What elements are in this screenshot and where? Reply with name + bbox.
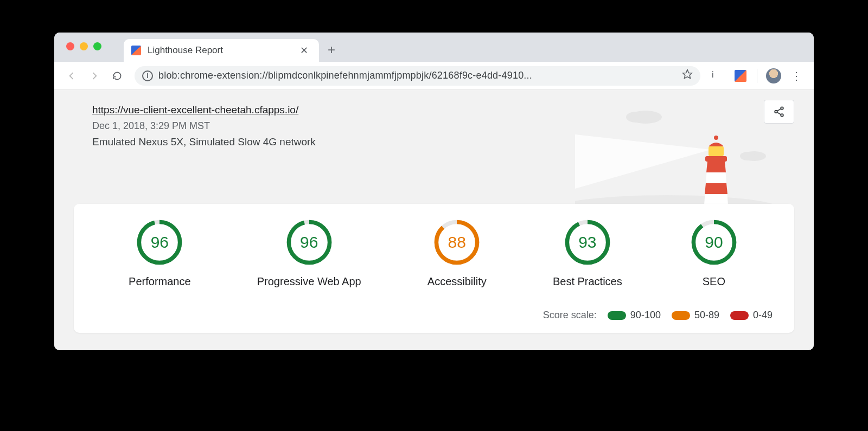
gauge-circle: 90	[688, 217, 739, 268]
gauge-value: 88	[431, 217, 482, 268]
gauge-label: Best Practices	[553, 275, 622, 288]
svg-line-5	[777, 112, 781, 114]
window-controls	[66, 42, 101, 50]
score-gauges: 96Performance96Progressive Web App88Acce…	[95, 217, 773, 288]
svg-point-10	[740, 152, 755, 160]
scale-item-pass: 90-100	[608, 310, 661, 321]
report-content: https://vue-client-excellent-cheetah.cfa…	[54, 90, 814, 350]
scores-card: 96Performance96Progressive Web App88Acce…	[74, 204, 794, 333]
minimize-window-button[interactable]	[80, 42, 88, 50]
scale-item-average: 50-89	[672, 310, 719, 321]
browser-menu-button[interactable]: ⋮	[787, 66, 806, 86]
gauge-best-practices[interactable]: 93Best Practices	[553, 217, 622, 288]
gauge-label: Performance	[129, 275, 191, 288]
scale-item-fail: 0-49	[730, 310, 773, 321]
scale-pill-orange-icon	[672, 311, 690, 320]
svg-marker-12	[704, 162, 728, 205]
gauge-circle: 96	[284, 217, 335, 268]
gauge-performance[interactable]: 96Performance	[129, 217, 191, 288]
toolbar: i blob:chrome-extension://blipmdconlkpin…	[54, 62, 814, 90]
address-bar[interactable]: i blob:chrome-extension://blipmdconlkpin…	[135, 66, 700, 86]
lighthouse-extension-icon[interactable]	[731, 66, 750, 86]
svg-point-3	[781, 114, 783, 117]
tested-url-link[interactable]: https://vue-client-excellent-cheetah.cfa…	[92, 104, 298, 115]
svg-point-2	[775, 111, 777, 113]
avatar-icon	[766, 68, 781, 83]
gauge-progressive-web-app[interactable]: 96Progressive Web App	[257, 217, 361, 288]
profile-avatar[interactable]	[764, 66, 783, 86]
maximize-window-button[interactable]	[93, 42, 101, 50]
gauge-value: 93	[562, 217, 613, 268]
url-text: blob:chrome-extension://blipmdconlkpinef…	[158, 70, 676, 81]
gauge-seo[interactable]: 90SEO	[688, 217, 739, 288]
svg-point-1	[781, 107, 783, 110]
gauge-label: Progressive Web App	[257, 275, 361, 288]
browser-tab[interactable]: Lighthouse Report ✕	[124, 39, 319, 62]
svg-rect-17	[705, 156, 727, 162]
gauge-label: SEO	[703, 275, 725, 288]
svg-marker-13	[706, 162, 726, 172]
gauge-circle: 88	[431, 217, 482, 268]
browser-window: Lighthouse Report ✕ + i blob:chrome-exte…	[54, 33, 814, 350]
tab-title: Lighthouse Report	[148, 45, 290, 56]
svg-line-4	[777, 109, 781, 111]
close-window-button[interactable]	[66, 42, 74, 50]
gauge-value: 96	[134, 217, 185, 268]
report-header: https://vue-client-excellent-cheetah.cfa…	[54, 90, 814, 204]
scale-pill-green-icon	[608, 311, 626, 320]
svg-marker-0	[683, 70, 692, 79]
report-environment: Emulated Nexus 5X, Simulated Slow 4G net…	[92, 136, 776, 148]
svg-marker-14	[705, 183, 727, 194]
titlebar: Lighthouse Report ✕ +	[54, 33, 814, 62]
site-info-icon[interactable]: i	[142, 70, 153, 81]
back-button[interactable]	[62, 66, 81, 86]
toolbar-divider	[757, 69, 757, 83]
svg-point-9	[742, 151, 766, 161]
new-tab-button[interactable]: +	[319, 42, 344, 62]
gauge-label: Accessibility	[427, 275, 487, 288]
extension-info-icon[interactable]: i	[708, 66, 727, 86]
gauge-value: 96	[284, 217, 335, 268]
gauge-accessibility[interactable]: 88Accessibility	[427, 217, 487, 288]
gauge-circle: 93	[562, 217, 613, 268]
report-timestamp: Dec 1, 2018, 3:29 PM MST	[92, 120, 776, 132]
reload-button[interactable]	[107, 66, 127, 86]
score-scale: Score scale: 90-100 50-89 0-49	[95, 310, 773, 321]
gauge-circle: 96	[134, 217, 185, 268]
share-button[interactable]	[764, 100, 794, 124]
lighthouse-favicon-icon	[131, 46, 141, 55]
gauge-value: 90	[688, 217, 739, 268]
scale-pill-red-icon	[730, 311, 749, 320]
bookmark-star-icon[interactable]	[682, 69, 693, 82]
close-tab-button[interactable]: ✕	[297, 43, 311, 57]
forward-button[interactable]	[85, 66, 104, 86]
score-scale-label: Score scale:	[543, 310, 597, 321]
